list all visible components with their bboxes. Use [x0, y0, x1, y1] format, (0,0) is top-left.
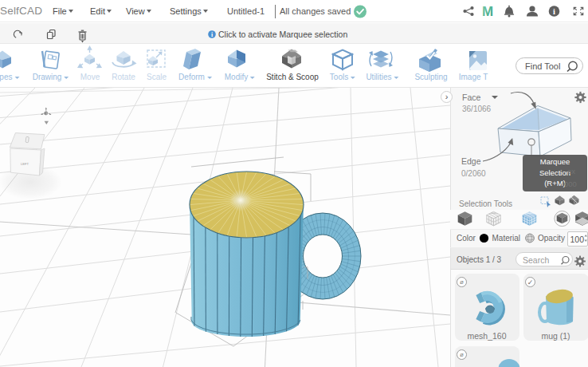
svg-text:M: M — [482, 4, 493, 19]
svg-text:LEFT: LEFT — [21, 162, 29, 166]
svg-text:i: i — [553, 7, 555, 16]
